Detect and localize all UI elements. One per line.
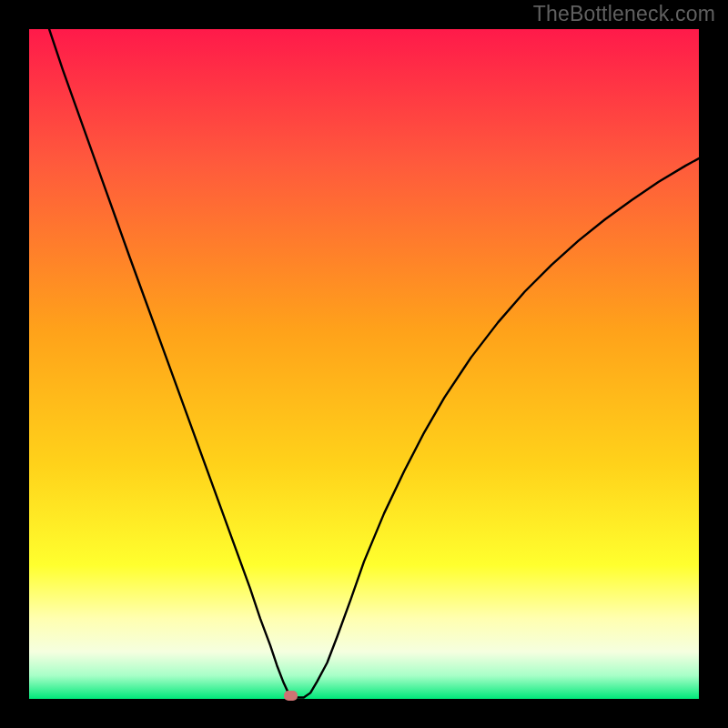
plot-area [29,29,699,699]
optimal-point-marker [284,691,298,701]
chart-container: TheBottleneck.com [0,0,728,728]
gradient-background [29,29,699,699]
watermark-text: TheBottleneck.com [533,2,715,26]
